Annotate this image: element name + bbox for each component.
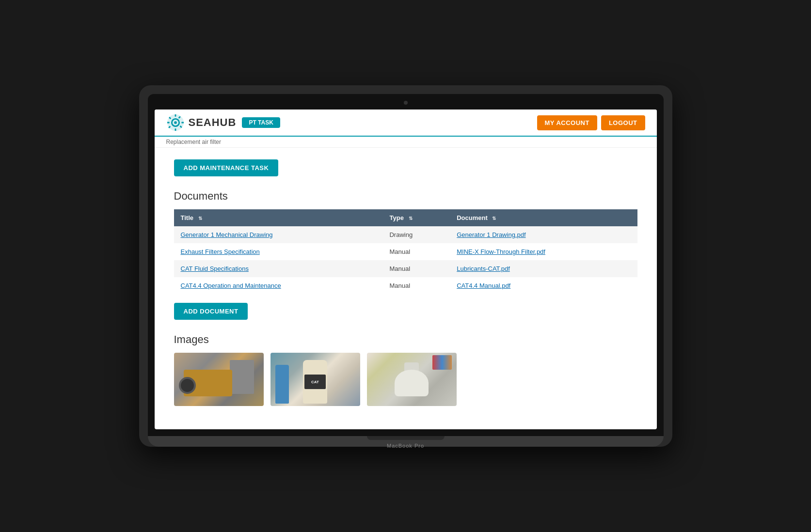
nav-tab[interactable]: PT TASK [242,117,280,128]
table-row: CAT4.4 Operation and MaintenanceManualCA… [174,277,637,294]
cell-document: Generator 1 Drawing.pdf [450,226,637,243]
svg-point-2 [174,121,177,124]
cell-document: Lubricants-CAT.pdf [450,260,637,277]
app-header: SEAHUB PT TASK MY ACCOUNT LOGOUT [155,110,657,137]
doc-file-link[interactable]: Generator 1 Drawing.pdf [457,231,525,238]
col-title[interactable]: Title ⇅ [174,209,383,226]
laptop-label: MacBook Pro [148,440,664,453]
documents-table: Title ⇅ Type ⇅ Document ⇅ [174,209,637,294]
cell-title: Generator 1 Mechanical Drawing [174,226,383,243]
image-1[interactable] [174,353,264,406]
header-right: MY ACCOUNT LOGOUT [537,115,645,130]
logo-icon [166,113,185,132]
cell-type: Manual [382,277,450,294]
screen: SEAHUB PT TASK MY ACCOUNT LOGOUT Replace… [155,110,657,429]
image-3[interactable] [367,353,457,406]
doc-title-link[interactable]: Exhaust Filters Specification [181,248,260,255]
table-row: Generator 1 Mechanical DrawingDrawingGen… [174,226,637,243]
laptop-base: MacBook Pro [148,436,664,447]
logo-text: SEAHUB [189,116,237,129]
doc-file-link[interactable]: Lubricants-CAT.pdf [457,265,510,272]
cell-document: MINE-X Flow-Through Filter.pdf [450,243,637,260]
laptop-notch [367,436,445,440]
cell-document: CAT4.4 Manual.pdf [450,277,637,294]
col-type[interactable]: Type ⇅ [382,209,450,226]
images-section: Images [174,333,637,406]
breadcrumb: Replacement air filter [155,137,657,148]
my-account-button[interactable]: MY ACCOUNT [537,115,597,130]
laptop-frame: SEAHUB PT TASK MY ACCOUNT LOGOUT Replace… [139,85,672,447]
svg-rect-6 [181,122,184,124]
camera [404,101,408,105]
cell-title: Exhaust Filters Specification [174,243,383,260]
screen-bezel: SEAHUB PT TASK MY ACCOUNT LOGOUT Replace… [148,94,664,436]
logout-button[interactable]: LOGOUT [601,115,645,130]
cell-title: CAT4.4 Operation and Maintenance [174,277,383,294]
col-document[interactable]: Document ⇅ [450,209,637,226]
sort-document-icon: ⇅ [492,216,496,221]
documents-section-title: Documents [174,190,637,203]
images-grid: CAT [174,353,637,406]
sort-type-icon: ⇅ [409,216,413,221]
table-row: Exhaust Filters SpecificationManualMINE-… [174,243,637,260]
doc-file-link[interactable]: CAT4.4 Manual.pdf [457,282,510,289]
doc-title-link[interactable]: CAT4.4 Operation and Maintenance [181,282,281,289]
cell-type: Manual [382,243,450,260]
header-left: SEAHUB PT TASK [166,113,280,132]
svg-rect-4 [175,128,176,131]
image-2[interactable]: CAT [270,353,360,406]
table-row: CAT Fluid SpecificationsManualLubricants… [174,260,637,277]
add-maintenance-task-button[interactable]: ADD MAINTENANCE TASK [174,159,279,176]
doc-title-link[interactable]: CAT Fluid Specifications [181,265,249,272]
svg-rect-5 [167,122,169,124]
doc-file-link[interactable]: MINE-X Flow-Through Filter.pdf [457,248,545,255]
add-document-button[interactable]: ADD DOCUMENT [174,303,248,320]
svg-rect-3 [175,114,176,117]
app-content: ADD MAINTENANCE TASK Documents Title ⇅ T… [155,148,657,418]
cell-type: Drawing [382,226,450,243]
cell-type: Manual [382,260,450,277]
sort-title-icon: ⇅ [198,216,202,221]
table-header-row: Title ⇅ Type ⇅ Document ⇅ [174,209,637,226]
doc-title-link[interactable]: Generator 1 Mechanical Drawing [181,231,273,238]
cell-title: CAT Fluid Specifications [174,260,383,277]
images-section-title: Images [174,333,637,346]
